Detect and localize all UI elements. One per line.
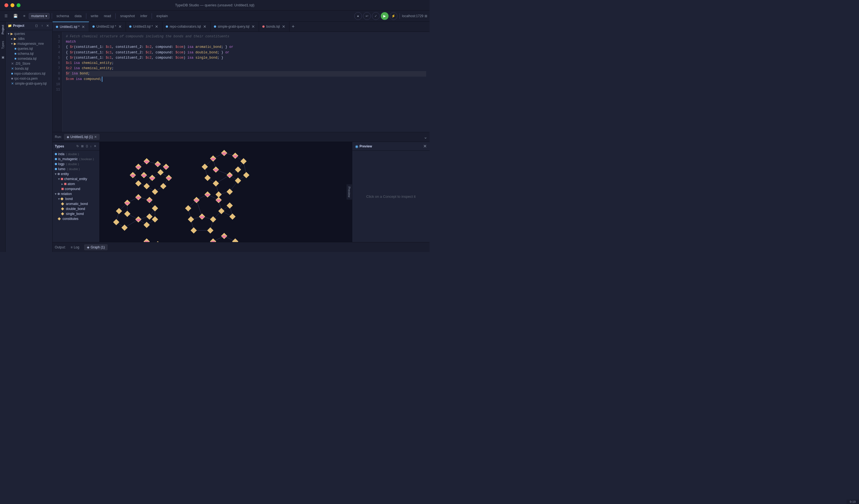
tab-untitled2[interactable]: Untitled2.tql * ✕ xyxy=(89,21,126,32)
type-bond-folder[interactable]: ▾ bond xyxy=(56,196,99,201)
output-tab-graph[interactable]: ◈ Graph (1) xyxy=(84,244,107,250)
tab-close-btn[interactable]: ✕ xyxy=(251,25,255,29)
tab-bonds[interactable]: bonds.tql ✕ xyxy=(259,21,289,32)
tab-untitled1[interactable]: Untitled1.tql * ✕ xyxy=(52,21,89,32)
divider-5 xyxy=(400,13,400,19)
output-bar: Output: ≡ Log ◈ Graph (1) xyxy=(52,242,430,252)
file-tree-queries[interactable]: ▾ ▶ queries xyxy=(5,31,52,36)
type-logp[interactable]: logp ( double ) xyxy=(52,162,99,167)
constitutes-shape-icon xyxy=(58,217,61,220)
run-button[interactable]: ▶ xyxy=(381,12,389,20)
type-chemical-entity-folder[interactable]: ▾ chemical_entity xyxy=(56,177,99,182)
preview-side-label[interactable]: Preview xyxy=(346,184,352,199)
db-selector[interactable]: mutamre ▾ xyxy=(29,13,49,19)
file-panel-header: 📁 Project ⟨⟩ ↑ ✕ xyxy=(5,21,52,30)
file-tree-simple-grabl[interactable]: ✕ simple-grabl-query.tql xyxy=(9,81,52,86)
minimize-button[interactable] xyxy=(11,3,14,7)
type-single-bond[interactable]: single_bond xyxy=(59,211,99,216)
file-tree-repo-collab[interactable]: ■ repo-collaborators.tql xyxy=(9,71,52,76)
new-tab-button[interactable]: + xyxy=(289,24,297,30)
tql-icon: ■ xyxy=(11,72,13,76)
type-aromatic-bond[interactable]: aromatic_bond xyxy=(59,201,99,207)
bottom-panels: Types ↻ ⊞ ⟨⟩ ↑ ✕ inda ( double ) xyxy=(52,142,430,242)
svg-rect-34 xyxy=(131,174,135,177)
write-btn[interactable]: write xyxy=(89,13,101,19)
run-tab[interactable]: ◈ Untitled1.tql (1) ✕ xyxy=(64,134,99,140)
file-tree-tdbs[interactable]: ▸ ▶ .tdbs xyxy=(9,36,52,41)
save-button[interactable]: 💾 xyxy=(11,13,20,19)
types-header: Types ↻ ⊞ ⟨⟩ ↑ ✕ xyxy=(52,142,99,151)
run-expand-btn[interactable]: ⌄ xyxy=(424,135,427,140)
maximize-button[interactable] xyxy=(17,3,20,7)
type-compound[interactable]: compound xyxy=(59,186,99,192)
svg-rect-129 xyxy=(195,199,198,202)
tab-close-btn[interactable]: ✕ xyxy=(81,25,86,29)
graph-area[interactable]: Preview xyxy=(100,142,352,242)
types-side-label[interactable]: Types xyxy=(1,37,5,52)
toolbar: ☰ 💾 ≡ mutamre ▾ schema data write read s… xyxy=(0,11,430,21)
run-label: Run: xyxy=(55,135,62,139)
type-entity-folder[interactable]: ▾ entity xyxy=(52,171,99,177)
collapse-types-btn[interactable]: ⟨⟩ xyxy=(85,144,89,149)
expand-btn[interactable]: ↑ xyxy=(40,23,44,28)
preview-close-btn[interactable]: ✕ xyxy=(423,143,427,149)
collapse-all-btn[interactable]: ⟨⟩ xyxy=(34,23,39,28)
close-button[interactable] xyxy=(4,3,8,7)
menu-button[interactable]: ≡ xyxy=(21,13,28,19)
expand-types-btn[interactable]: ↑ xyxy=(89,144,93,149)
check-button[interactable]: ✓ xyxy=(372,12,380,20)
file-tree-somedata-tql[interactable]: ■ somedata.tql xyxy=(12,56,52,61)
file-tree-queries-tql[interactable]: ■ queries.tql xyxy=(12,46,52,51)
schema-btn[interactable]: schema xyxy=(54,13,71,19)
run-tab-close-btn[interactable]: ✕ xyxy=(94,135,97,139)
other-side-label[interactable]: ▣ xyxy=(0,52,5,63)
svg-rect-101 xyxy=(136,219,140,221)
svg-rect-24 xyxy=(135,180,142,187)
infer-btn[interactable]: infer xyxy=(138,13,149,19)
type-double-bond[interactable]: double_bond xyxy=(59,207,99,211)
menu-icon: ≡ xyxy=(23,14,26,18)
preview-title: Preview xyxy=(360,144,372,148)
type-constitutes[interactable]: constitutes xyxy=(56,216,99,221)
tab-close-btn[interactable]: ✕ xyxy=(154,25,159,29)
explain-btn[interactable]: explain xyxy=(154,13,170,19)
code-editor[interactable]: 1 2 3 4 5 6 7 8 9 10 11 # Fetch chemical… xyxy=(52,32,430,132)
type-relation-folder[interactable]: ▾ relation xyxy=(52,192,99,196)
tab-close-btn[interactable]: ✕ xyxy=(118,25,122,29)
stop-button[interactable]: ● xyxy=(354,12,362,20)
refresh-types-btn[interactable]: ↻ xyxy=(76,144,80,149)
close-panel-btn[interactable]: ✕ xyxy=(45,23,50,28)
line-numbers: 1 2 3 4 5 6 7 8 9 10 11 xyxy=(52,32,62,132)
types-panel: Types ↻ ⊞ ⟨⟩ ↑ ✕ inda ( double ) xyxy=(52,142,100,242)
tql-icon: ✕ xyxy=(11,67,14,71)
type-atom[interactable]: ▸ atom xyxy=(59,182,99,186)
new-type-btn[interactable]: ⊞ xyxy=(80,144,85,149)
project-side-label[interactable]: Project xyxy=(1,21,5,37)
tab-repo-collab[interactable]: repo-collaborators.tql ✕ xyxy=(163,21,211,32)
type-inda[interactable]: inda ( double ) xyxy=(52,152,99,156)
tab-close-btn[interactable]: ✕ xyxy=(202,25,207,29)
type-is-mutagenic[interactable]: is_mutagenic ( boolean ) xyxy=(52,156,99,162)
svg-rect-126 xyxy=(207,227,214,234)
read-btn[interactable]: read xyxy=(102,13,113,19)
type-lumo[interactable]: lumo ( double ) xyxy=(52,167,99,171)
data-btn[interactable]: data xyxy=(72,13,84,19)
file-tree-ds-store[interactable]: ✕ .DS_Store xyxy=(9,61,52,66)
snapshot-btn[interactable]: snapshot xyxy=(118,13,137,19)
file-tree-schema-tql[interactable]: ■ schema.tql xyxy=(12,51,52,56)
undo-button[interactable]: ↩ xyxy=(363,12,371,20)
close-types-btn[interactable]: ✕ xyxy=(93,144,97,149)
flash-button[interactable]: ⚡ xyxy=(390,12,397,20)
sidebar-toggle-button[interactable]: ☰ xyxy=(2,13,10,19)
types-actions: ↻ ⊞ ⟨⟩ ↑ ✕ xyxy=(76,144,97,149)
file-tree-bonds-tql[interactable]: ✕ bonds.tql xyxy=(9,66,52,71)
tab-simple-grabl[interactable]: simple-grabl-query.tql ✕ xyxy=(211,21,259,32)
svg-rect-94 xyxy=(113,219,120,226)
code-content[interactable]: # Fetch chemical structure of compounds … xyxy=(62,32,430,132)
tab-close-btn[interactable]: ✕ xyxy=(282,25,286,29)
tab-label: simple-grabl-query.tql xyxy=(218,25,250,29)
file-tree-mutagenesis[interactable]: ▾ ▶ mutagenesis_mre xyxy=(9,41,52,46)
file-tree-rpc-root[interactable]: ■ rpc-root-ca.pem xyxy=(9,76,52,81)
tab-untitled3[interactable]: Untitled3.tql * ✕ xyxy=(126,21,163,32)
output-tab-log[interactable]: ≡ Log xyxy=(68,244,82,250)
